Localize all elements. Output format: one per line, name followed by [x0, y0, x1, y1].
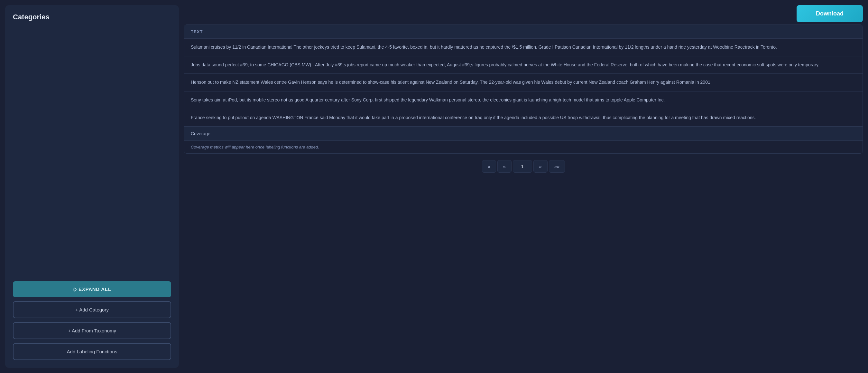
first-page-button[interactable]: «	[482, 160, 496, 173]
row-text: Sulamani cruises by 11/2 in Canadian Int…	[191, 45, 777, 50]
download-button[interactable]: Download	[797, 5, 863, 22]
add-labeling-functions-button[interactable]: Add Labeling Functions	[13, 343, 171, 360]
row-text: Sony takes aim at iPod, but its mobile s…	[191, 97, 665, 103]
right-panel: Download TEXT Sulamani cruises by 11/2 i…	[184, 5, 863, 368]
add-category-button[interactable]: + Add Category	[13, 301, 171, 318]
table-header: TEXT	[184, 25, 863, 39]
row-text: Henson out to make NZ statement Wales ce…	[191, 80, 712, 85]
prev-page-button[interactable]: «	[497, 160, 512, 173]
page-number-input[interactable]	[513, 160, 532, 173]
coverage-row: Coverage metrics will appear here once l…	[184, 140, 863, 153]
coverage-label: Coverage	[191, 131, 210, 136]
table-row[interactable]: Henson out to make NZ statement Wales ce…	[184, 74, 863, 91]
coverage-text: Coverage metrics will appear here once l…	[191, 145, 319, 149]
table-row[interactable]: Sulamani cruises by 11/2 in Canadian Int…	[184, 39, 863, 56]
expand-all-button[interactable]: ◇ EXPAND ALL	[13, 281, 171, 297]
row-text: Jobs data sound perfect #39; to some CHI…	[191, 62, 819, 67]
categories-content	[13, 28, 171, 277]
pagination: « « » »»	[184, 154, 863, 175]
coverage-section-header: Coverage	[184, 126, 863, 140]
data-table: TEXT Sulamani cruises by 11/2 in Canadia…	[184, 25, 863, 154]
text-column-header: TEXT	[191, 29, 203, 34]
app-container: Categories ◇ EXPAND ALL + Add Category +…	[0, 0, 868, 373]
categories-title: Categories	[13, 13, 171, 21]
left-panel: Categories ◇ EXPAND ALL + Add Category +…	[5, 5, 179, 368]
next-page-button[interactable]: »	[533, 160, 548, 173]
add-taxonomy-button[interactable]: + Add From Taxonomy	[13, 322, 171, 339]
table-row[interactable]: France seeking to put pullout on agenda …	[184, 109, 863, 127]
last-page-button[interactable]: »»	[549, 160, 565, 173]
table-row[interactable]: Jobs data sound perfect #39; to some CHI…	[184, 56, 863, 74]
table-row[interactable]: Sony takes aim at iPod, but its mobile s…	[184, 91, 863, 109]
row-text: France seeking to put pullout on agenda …	[191, 115, 756, 120]
